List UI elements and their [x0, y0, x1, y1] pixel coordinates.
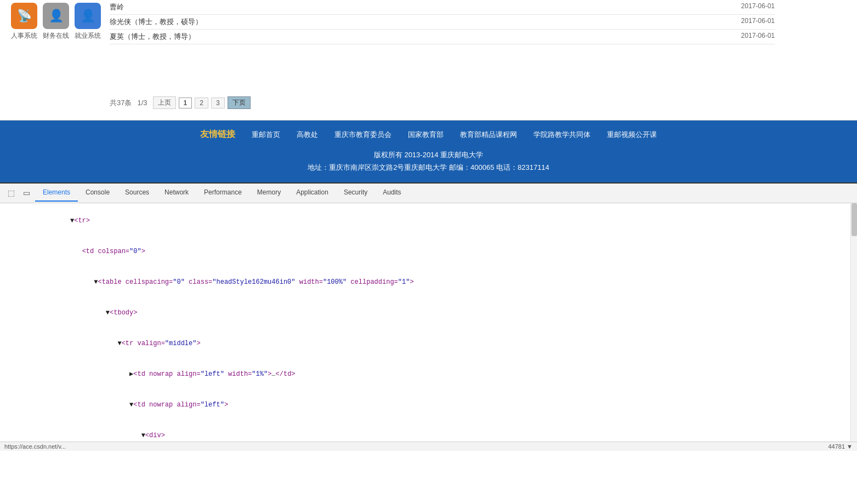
pagination-total: 共37条 — [110, 98, 132, 108]
website-content-area: 📡 人事系统 👤 财务在线 👤 就业系统 曹岭 2017-06-01 徐光侠（博… — [0, 0, 857, 121]
inspect-element-btn[interactable]: ⬚ — [4, 186, 18, 199]
caiwuzaixian-icon: 👤 — [43, 3, 69, 29]
content-row-1: 曹岭 2017-06-01 — [110, 0, 775, 15]
tab-elements[interactable]: Elements — [35, 184, 78, 202]
status-bar: https://ace.csdn.net/v... 44781 ▼ — [0, 442, 857, 451]
content-row-2: 徐光侠（博士，教授，硕导） 2017-06-01 — [110, 15, 775, 30]
tab-audits[interactable]: Audits — [375, 184, 408, 202]
tab-security[interactable]: Security — [336, 184, 375, 202]
devtools-tabs: Elements Console Sources Network Perform… — [35, 184, 409, 202]
icon-label-renshixitong: 人事系统 — [11, 31, 37, 41]
code-line-5: ▼<tr valign="middle"> — [0, 328, 850, 359]
code-line-7: ▼<td nowrap align="left"> — [0, 390, 850, 420]
pagination-bar: 共37条 1/3 上页 1 2 3 下页 — [110, 96, 251, 109]
footer-links-bar: 友情链接 重邮首页 高教处 重庆市教育委员会 国家教育部 教育部精品课程网 学院… — [0, 129, 857, 140]
content-date-3: 2017-06-01 — [741, 32, 775, 42]
copyright-text: 版权所有 2013-2014 重庆邮电大学 — [0, 148, 857, 161]
next-page-btn[interactable]: 下页 — [228, 96, 251, 109]
devtools-elements-panel[interactable]: ▼<tr> <td colspan="0"> ▼<table cellspaci… — [0, 203, 850, 442]
tab-network[interactable]: Network — [157, 184, 196, 202]
icon-label-jiuyexitong: 就业系统 — [75, 31, 101, 41]
device-toggle-btn[interactable]: ▭ — [20, 186, 33, 199]
address-text: 地址：重庆市南岸区崇文路2号重庆邮电大学 邮编：400065 电话：823171… — [0, 161, 857, 174]
icon-jiuyexitong[interactable]: 👤 就业系统 — [75, 3, 101, 41]
top-icons: 📡 人事系统 👤 财务在线 👤 就业系统 — [0, 0, 112, 43]
tab-memory[interactable]: Memory — [249, 184, 288, 202]
tab-application[interactable]: Application — [288, 184, 336, 202]
devtools-content-wrapper: ▼<tr> <td colspan="0"> ▼<table cellspaci… — [0, 203, 857, 442]
footer-link-4[interactable]: 教育部精品课程网 — [460, 130, 517, 140]
jiuyexitong-icon: 👤 — [75, 3, 101, 29]
status-bar-url: https://ace.csdn.net/v... — [4, 443, 66, 450]
footer-link-5[interactable]: 学院路教学共同体 — [534, 130, 591, 140]
content-name-1: 曹岭 — [110, 2, 124, 12]
content-date-2: 2017-06-01 — [741, 17, 775, 27]
status-bar-time: 44781 ▼ — [828, 443, 853, 450]
page-2-btn[interactable]: 2 — [195, 98, 208, 108]
icon-renshixitong[interactable]: 📡 人事系统 — [11, 3, 37, 41]
pagination-ratio: 1/3 — [137, 99, 147, 107]
prev-page-btn[interactable]: 上页 — [153, 96, 176, 109]
content-row-3: 夏英（博士，教授，博导） 2017-06-01 — [110, 30, 775, 44]
footer-copyright: 版权所有 2013-2014 重庆邮电大学 地址：重庆市南岸区崇文路2号重庆邮电… — [0, 148, 857, 174]
footer-link-1[interactable]: 高教处 — [297, 130, 318, 140]
scrollbar-thumb[interactable] — [852, 203, 857, 236]
content-name-2: 徐光侠（博士，教授，硕导） — [110, 17, 202, 27]
content-name-3: 夏英（博士，教授，博导） — [110, 32, 195, 42]
footer-link-6[interactable]: 重邮视频公开课 — [607, 130, 657, 140]
footer-link-0[interactable]: 重邮首页 — [252, 130, 280, 140]
code-line-1: ▼<tr> — [0, 205, 850, 236]
renshixitong-icon: 📡 — [11, 3, 37, 29]
tab-performance[interactable]: Performance — [196, 184, 249, 202]
code-line-2: <td colspan="0"> — [0, 236, 850, 267]
page-3-btn[interactable]: 3 — [211, 98, 225, 108]
tab-sources[interactable]: Sources — [117, 184, 157, 202]
icon-label-caiwuzaixian: 财务在线 — [43, 31, 69, 41]
page-1-btn[interactable]: 1 — [179, 98, 192, 108]
code-line-3: ▼<table cellspacing="0" class="headStyle… — [0, 267, 850, 297]
content-date-1: 2017-06-01 — [741, 2, 775, 12]
footer-links-title: 友情链接 — [200, 129, 235, 140]
code-line-4: ▼<tbody> — [0, 297, 850, 328]
devtools-panel: ⬚ ▭ Elements Console Sources Network Per… — [0, 182, 857, 451]
icon-caiwuzaixian[interactable]: 👤 财务在线 — [43, 3, 69, 41]
tab-console[interactable]: Console — [78, 184, 117, 202]
footer-link-3[interactable]: 国家教育部 — [408, 130, 444, 140]
footer-link-2[interactable]: 重庆市教育委员会 — [334, 130, 391, 140]
devtools-scrollbar[interactable] — [850, 203, 857, 442]
content-list: 曹岭 2017-06-01 徐光侠（博士，教授，硕导） 2017-06-01 夏… — [110, 0, 775, 44]
footer-section: 友情链接 重邮首页 高教处 重庆市教育委员会 国家教育部 教育部精品课程网 学院… — [0, 121, 857, 182]
code-line-6: ▶<td nowrap align="left" width="1%">…</t… — [0, 359, 850, 390]
devtools-toolbar: ⬚ ▭ Elements Console Sources Network Per… — [0, 184, 857, 203]
code-line-8: ▼<div> — [0, 420, 850, 442]
